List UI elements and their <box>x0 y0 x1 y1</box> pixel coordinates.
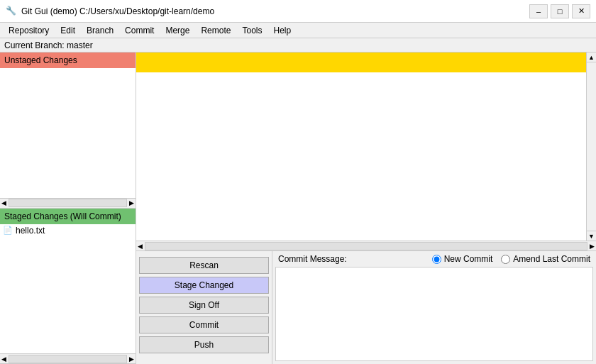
maximize-button[interactable]: □ <box>551 4 569 18</box>
unstaged-list[interactable] <box>0 68 136 198</box>
menu-merge[interactable]: Merge <box>160 24 195 37</box>
menu-remote[interactable]: Remote <box>195 24 236 37</box>
vscroll-up-arrow[interactable]: ▲ <box>587 53 596 62</box>
diff-hscroll-thumb <box>145 242 587 250</box>
unstaged-header: Unstaged Changes <box>0 53 136 68</box>
radio-new-commit-label[interactable]: New Commit <box>432 254 493 264</box>
status-bar: Current Branch: master <box>0 38 596 53</box>
commit-button[interactable]: Commit <box>139 316 269 333</box>
radio-amend-commit[interactable] <box>501 255 510 264</box>
title-bar-title: Git Gui (demo) C:/Users/xu/Desktop/git-l… <box>21 6 214 16</box>
commit-message-textarea[interactable] <box>275 267 593 361</box>
hscroll-left-arrow[interactable]: ◀ <box>0 199 8 206</box>
menu-branch[interactable]: Branch <box>81 24 119 37</box>
menu-edit[interactable]: Edit <box>55 24 81 37</box>
unstaged-section: Unstaged Changes ◀ ▶ <box>0 53 136 209</box>
diff-container: ▲ ▼ ◀ ▶ <box>136 53 596 250</box>
sign-off-button[interactable]: Sign Off <box>139 297 269 314</box>
diff-hscroll-right[interactable]: ▶ <box>588 243 596 250</box>
file-icon: 📄 <box>3 226 13 235</box>
radio-group: New Commit Amend Last Commit <box>432 254 590 264</box>
radio-new-commit-text: New Commit <box>444 254 493 264</box>
bottom-right: Commit Message: New Commit Amend Last Co… <box>272 251 596 364</box>
hscroll2-left-arrow[interactable]: ◀ <box>0 355 8 363</box>
close-button[interactable]: ✕ <box>572 4 590 18</box>
diff-hscroll[interactable]: ◀ ▶ <box>136 241 596 250</box>
title-bar-left: 🔧 Git Gui (demo) C:/Users/xu/Desktop/git… <box>6 6 214 17</box>
minimize-button[interactable]: – <box>529 4 548 18</box>
diff-content <box>136 72 596 78</box>
radio-amend-label[interactable]: Amend Last Commit <box>501 254 590 264</box>
push-button[interactable]: Push <box>139 336 269 353</box>
radio-new-commit[interactable] <box>432 255 441 264</box>
title-bar-controls: – □ ✕ <box>529 4 590 18</box>
staged-section: Staged Changes (Will Commit) 📄 hello.txt… <box>0 209 136 365</box>
bottom-section: Rescan Stage Changed Sign Off Commit Pus… <box>136 250 596 364</box>
hscroll-right-arrow[interactable]: ▶ <box>128 199 136 206</box>
unstaged-hscroll[interactable]: ◀ ▶ <box>0 198 136 208</box>
menu-tools[interactable]: Tools <box>236 24 267 37</box>
bottom-left: Rescan Stage Changed Sign Off Commit Pus… <box>136 251 272 364</box>
staged-hscroll[interactable]: ◀ ▶ <box>0 353 136 363</box>
vscroll-down-arrow[interactable]: ▼ <box>587 231 596 241</box>
diff-highlight <box>136 53 596 72</box>
file-name: hello.txt <box>16 226 45 236</box>
commit-message-label: Commit Message: <box>278 254 347 264</box>
stage-changed-button[interactable]: Stage Changed <box>139 277 269 294</box>
radio-amend-commit-text: Amend Last Commit <box>513 254 590 264</box>
vscroll-track <box>587 62 596 231</box>
diff-vscroll[interactable]: ▲ ▼ <box>586 53 596 241</box>
main-content: Unstaged Changes ◀ ▶ Staged Changes (Wil… <box>0 53 596 364</box>
app-icon: 🔧 <box>6 6 17 17</box>
current-branch-label: Current Branch: master <box>4 40 93 50</box>
rescan-button[interactable]: Rescan <box>139 257 269 274</box>
right-panel: ▲ ▼ ◀ ▶ Rescan Stage Changed Sign Off Co… <box>136 53 596 364</box>
staged-header: Staged Changes (Will Commit) <box>0 209 136 224</box>
diff-area[interactable]: ▲ ▼ <box>136 53 596 241</box>
left-panel: Unstaged Changes ◀ ▶ Staged Changes (Wil… <box>0 53 136 364</box>
list-item[interactable]: 📄 hello.txt <box>0 224 136 237</box>
commit-message-header: Commit Message: New Commit Amend Last Co… <box>272 251 596 267</box>
menu-repository[interactable]: Repository <box>3 24 55 37</box>
staged-list[interactable]: 📄 hello.txt <box>0 224 136 354</box>
hscroll2-right-arrow[interactable]: ▶ <box>128 355 136 363</box>
menu-commit[interactable]: Commit <box>119 24 160 37</box>
title-bar: 🔧 Git Gui (demo) C:/Users/xu/Desktop/git… <box>0 0 596 23</box>
menu-help[interactable]: Help <box>267 24 297 37</box>
menu-bar: Repository Edit Branch Commit Merge Remo… <box>0 23 596 38</box>
diff-hscroll-left[interactable]: ◀ <box>136 243 144 250</box>
